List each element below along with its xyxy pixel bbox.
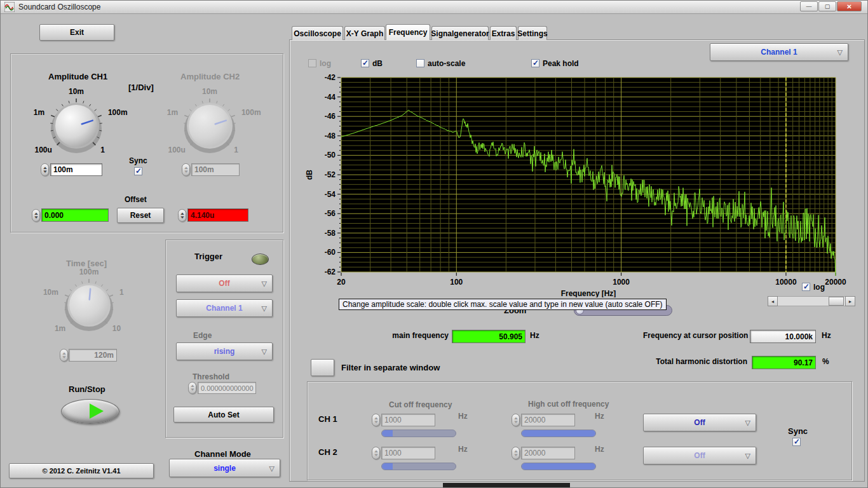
x-tick-label[interactable]: 20000 (825, 278, 846, 287)
y-tick-label[interactable]: -46 (325, 112, 336, 121)
x-log-checkbox[interactable] (802, 283, 810, 291)
app-icon (4, 2, 15, 12)
filter-ch1-low-spinner[interactable]: ▲▼ (372, 414, 380, 426)
filter-ch2-low-slider[interactable] (381, 463, 456, 470)
amplitude-ch2-knob[interactable]: 100u1m10m100m1 (149, 81, 276, 170)
y-tick-label[interactable]: -52 (325, 170, 336, 179)
trigger-autoset-button[interactable]: Auto Set (173, 407, 274, 423)
checkbox-db[interactable] (361, 59, 369, 67)
filter-ch2-high-value[interactable]: 20000 (521, 447, 575, 459)
channel-mode-dropdown[interactable]: single▽ (169, 459, 280, 477)
offset-reset-button[interactable]: Reset (117, 208, 164, 223)
trigger-mode-dropdown[interactable]: Off▽ (176, 274, 273, 292)
time-value: 120m (69, 349, 117, 362)
amplitude-ch1-spinner[interactable]: ▲▼ (41, 163, 49, 176)
x-tick-label[interactable]: 10000 (775, 278, 797, 287)
filter-window-button[interactable] (311, 359, 334, 376)
svg-text:10m: 10m (69, 87, 84, 96)
exit-button[interactable]: Exit (39, 24, 114, 41)
filter-ch2-mode-dropdown[interactable]: Off▽ (643, 447, 756, 464)
thd-unit: % (822, 357, 829, 366)
offset-ch1-value[interactable]: 0.000 (41, 208, 109, 222)
scroll-right-button[interactable]: ► (845, 296, 855, 306)
spectrum-chart[interactable]: -42-44-46-48-50-52-54-56-58-60-622010010… (304, 74, 864, 297)
filter-ch2-high-slider[interactable] (521, 463, 596, 470)
time-knob[interactable]: 1m10m100m110 (35, 267, 143, 343)
tab-signalgenerator[interactable]: Signalgenerator (431, 26, 489, 40)
trigger-threshold-label: Threshold (193, 372, 229, 381)
checkbox-auto-scale[interactable] (416, 59, 424, 67)
filter-ch1-low-value[interactable]: 1000 (381, 414, 435, 426)
y-tick-label[interactable]: -44 (325, 93, 336, 102)
cursor-frequency-value[interactable]: 10.000k (750, 330, 816, 343)
time-spinner[interactable]: ▲▼ (60, 349, 68, 362)
tab-frequency[interactable]: Frequency (386, 24, 430, 40)
y-tick-label[interactable]: -48 (325, 132, 336, 140)
amplitude-ch1-value[interactable]: 100m (50, 163, 102, 176)
main-frequency-label: main frequency (381, 331, 449, 340)
x-tick-label[interactable]: 1000 (613, 278, 630, 287)
close-button[interactable]: ✕ (837, 1, 862, 11)
svg-text:1: 1 (234, 146, 238, 154)
trigger-threshold-value[interactable]: 0.000000000000 (198, 382, 256, 394)
filter-ch1-high-spinner[interactable]: ▲▼ (512, 414, 520, 426)
scrollbar-thumb[interactable] (829, 297, 844, 306)
filter-ch1-high-value[interactable]: 20000 (521, 414, 575, 426)
filter-high-header: High cut off frequency (528, 400, 609, 409)
y-tick-label[interactable]: -62 (325, 268, 336, 276)
offset-ch1-spinner[interactable]: ▲▼ (32, 209, 40, 222)
trigger-source-dropdown[interactable]: Channel 1▽ (176, 299, 273, 317)
filter-ch1-low-unit: Hz (458, 412, 468, 421)
filter-ch2-high-spinner[interactable]: ▲▼ (512, 447, 520, 459)
svg-text:1: 1 (100, 146, 105, 154)
chevron-down-icon: ▽ (262, 304, 267, 313)
svg-text:10: 10 (112, 324, 121, 333)
filter-ch1-high-slider[interactable] (521, 430, 596, 437)
trigger-edge-label: Edge (193, 331, 212, 340)
filter-window-label: Filter in separate window (341, 363, 440, 372)
checkbox-peak-hold[interactable] (531, 59, 539, 67)
maximize-button[interactable]: ▢ (818, 1, 836, 11)
chevron-down-icon: ▽ (262, 280, 267, 288)
y-tick-label[interactable]: -42 (325, 74, 336, 82)
trigger-threshold-spinner[interactable]: ▲▼ (188, 382, 196, 394)
amplitude-ch2-spinner[interactable]: ▲▼ (182, 163, 190, 176)
tab-settings[interactable]: Settings (518, 26, 547, 40)
filter-ch2-high-unit: Hz (595, 445, 604, 454)
x-log-label: log (813, 283, 825, 292)
filter-sync-checkbox[interactable] (792, 438, 801, 446)
spectrum-channel-dropdown[interactable]: Channel 1▽ (710, 43, 848, 61)
y-tick-label[interactable]: -58 (325, 229, 336, 238)
y-tick-label[interactable]: -54 (325, 190, 336, 199)
y-tick-label[interactable]: -50 (325, 151, 336, 159)
minimize-button[interactable]: — (800, 1, 818, 11)
tab-x-y-graph[interactable]: X-Y Graph (344, 26, 385, 40)
filter-ch1-low-slider[interactable] (381, 430, 456, 437)
filter-ch1-mode-dropdown[interactable]: Off▽ (643, 414, 756, 431)
amplitude-sync-checkbox[interactable] (134, 167, 142, 175)
offset-ch2-value[interactable]: 4.140u (187, 208, 248, 222)
y-tick-label[interactable]: -60 (325, 248, 336, 257)
chevron-down-icon: ▽ (269, 464, 275, 472)
cursor-frequency-label: Frequency at cursor position (643, 331, 745, 340)
svg-text:10m: 10m (43, 288, 58, 297)
y-tick-label[interactable]: -56 (325, 209, 336, 218)
scroll-left-button[interactable]: ◄ (768, 296, 778, 306)
run-stop-button[interactable] (61, 399, 119, 424)
offset-ch2-spinner[interactable]: ▲▼ (178, 209, 186, 222)
trigger-edge-dropdown[interactable]: rising▽ (176, 342, 273, 360)
tab-extras[interactable]: Extras (490, 26, 517, 40)
svg-text:100u: 100u (168, 146, 185, 154)
x-tick-label[interactable]: 100 (450, 278, 463, 287)
slider-fill (522, 463, 596, 470)
x-tick-label[interactable]: 20 (337, 278, 346, 287)
filter-ch2-low-spinner[interactable]: ▲▼ (372, 447, 380, 459)
copyright-button[interactable]: © 2012 C. Zeitnitz V1.41 (9, 463, 154, 478)
x-axis-title: Frequency [Hz] (561, 289, 616, 297)
tab-oscilloscope[interactable]: Oscilloscope (292, 26, 343, 40)
title-bar[interactable]: Soundcard Oszilloscope — ▢ ✕ (0, 0, 868, 14)
checkbox-log[interactable] (308, 59, 316, 67)
filter-ch2-low-value[interactable]: 1000 (381, 447, 435, 459)
svg-text:100u: 100u (34, 146, 51, 154)
amplitude-ch1-knob[interactable]: 100u1m10m100m1 (16, 81, 143, 170)
